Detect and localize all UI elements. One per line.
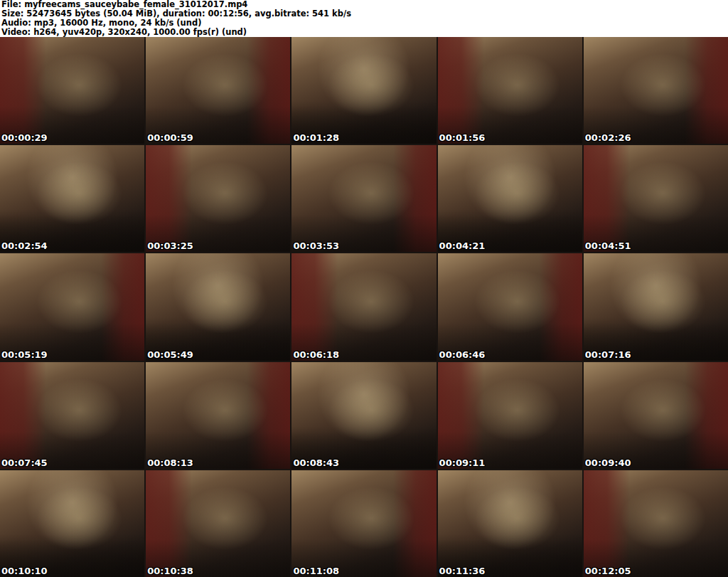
- video-thumbnail: 00:01:28: [291, 37, 436, 144]
- thumbnail-timestamp: 00:05:49: [147, 350, 193, 360]
- video-thumbnail: 00:09:40: [584, 362, 728, 469]
- thumbnail-timestamp: 00:02:26: [585, 133, 631, 143]
- thumbnail-timestamp: 00:05:19: [1, 350, 48, 360]
- video-thumbnail: 00:11:36: [438, 470, 582, 577]
- thumbnail-timestamp: 00:07:16: [585, 350, 631, 360]
- thumbnail-timestamp: 00:11:08: [293, 566, 339, 576]
- thumbnail-grid: 00:00:2900:00:5900:01:2800:01:5600:02:26…: [0, 37, 728, 577]
- thumbnail-timestamp: 00:01:56: [439, 133, 486, 143]
- video-thumbnail: 00:04:21: [438, 145, 582, 252]
- thumbnail-timestamp: 00:09:40: [585, 458, 631, 468]
- thumbnail-timestamp: 00:09:11: [439, 458, 486, 468]
- video-thumbnail: 00:05:19: [0, 253, 144, 360]
- video-thumbnail: 00:10:38: [146, 470, 290, 577]
- thumbnail-timestamp: 00:10:10: [1, 566, 48, 576]
- thumbnail-timestamp: 00:08:43: [293, 458, 339, 468]
- thumbnail-timestamp: 00:12:05: [585, 566, 631, 576]
- thumbnail-timestamp: 00:03:53: [293, 241, 339, 251]
- video-thumbnail: 00:08:43: [291, 362, 436, 469]
- thumbnail-timestamp: 00:06:46: [439, 350, 486, 360]
- video-thumbnail: 00:09:11: [438, 362, 582, 469]
- video-thumbnail: 00:06:18: [291, 253, 436, 360]
- video-thumbnail: 00:07:45: [0, 362, 144, 469]
- video-thumbnail: 00:00:59: [146, 37, 290, 144]
- thumbnail-timestamp: 00:10:38: [147, 566, 193, 576]
- thumbnail-timestamp: 00:04:51: [585, 241, 631, 251]
- thumbnail-timestamp: 00:07:45: [1, 458, 48, 468]
- thumbnail-timestamp: 00:08:13: [147, 458, 193, 468]
- thumbnail-timestamp: 00:04:21: [439, 241, 486, 251]
- video-thumbnail: 00:12:05: [584, 470, 728, 577]
- video-thumbnail: 00:01:56: [438, 37, 582, 144]
- video-thumbnail: 00:04:51: [584, 145, 728, 252]
- thumbnail-timestamp: 00:00:59: [147, 133, 193, 143]
- video-contact-sheet: File: myfreecams_sauceybabe_female_31012…: [0, 0, 728, 577]
- video-thumbnail: 00:02:54: [0, 145, 144, 252]
- video-thumbnail: 00:07:16: [584, 253, 728, 360]
- video-thumbnail: 00:02:26: [584, 37, 728, 144]
- video-thumbnail: 00:06:46: [438, 253, 582, 360]
- video-thumbnail: 00:11:08: [291, 470, 436, 577]
- media-info-header: File: myfreecams_sauceybabe_female_31012…: [0, 0, 728, 37]
- video-thumbnail: 00:10:10: [0, 470, 144, 577]
- thumbnail-timestamp: 00:00:29: [1, 133, 48, 143]
- thumbnail-timestamp: 00:03:25: [147, 241, 193, 251]
- video-thumbnail: 00:03:53: [291, 145, 436, 252]
- thumbnail-timestamp: 00:11:36: [439, 566, 486, 576]
- video-thumbnail: 00:05:49: [146, 253, 290, 360]
- thumbnail-timestamp: 00:06:18: [293, 350, 339, 360]
- video-thumbnail: 00:03:25: [146, 145, 290, 252]
- thumbnail-timestamp: 00:02:54: [1, 241, 48, 251]
- thumbnail-timestamp: 00:01:28: [293, 133, 339, 143]
- video-thumbnail: 00:00:29: [0, 37, 144, 144]
- video-thumbnail: 00:08:13: [146, 362, 290, 469]
- video-info-line: Video: h264, yuv420p, 320x240, 1000.00 f…: [1, 28, 728, 37]
